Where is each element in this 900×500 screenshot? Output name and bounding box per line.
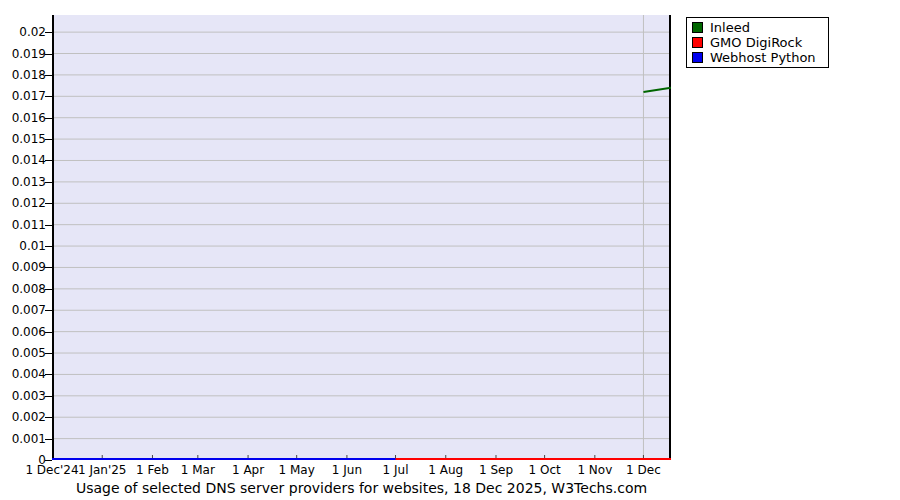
- y-tick-label: 0.006: [0, 325, 46, 339]
- y-tick-mark: [45, 246, 52, 247]
- y-tick-mark: [45, 289, 52, 290]
- y-tick-mark: [45, 203, 52, 204]
- legend-label: GMO DigiRock: [710, 35, 802, 50]
- y-tick-mark: [45, 417, 52, 418]
- y-tick-label: 0.018: [0, 68, 46, 82]
- y-tick-mark: [45, 332, 52, 333]
- y-tick-label: 0.02: [0, 25, 46, 39]
- y-tick-mark: [45, 75, 52, 76]
- y-tick-label: 0.002: [0, 410, 46, 424]
- legend: InleedGMO DigiRockWebhost Python: [686, 17, 829, 68]
- y-tick-label: 0.019: [0, 47, 46, 61]
- y-tick-mark: [45, 54, 52, 55]
- y-tick-label: 0.004: [0, 367, 46, 381]
- y-tick-label: 0.003: [0, 389, 46, 403]
- y-tick-mark: [45, 160, 52, 161]
- y-tick-mark: [45, 118, 52, 119]
- legend-color-swatch-icon: [692, 52, 703, 63]
- legend-item-inleed: Inleed: [692, 20, 816, 35]
- y-tick-mark: [45, 396, 52, 397]
- legend-color-swatch-icon: [692, 37, 703, 48]
- y-tick-label: 0.009: [0, 260, 46, 274]
- y-tick-label: 0.017: [0, 89, 46, 103]
- y-tick-label: 0.008: [0, 282, 46, 296]
- y-tick-mark: [45, 139, 52, 140]
- y-tick-label: 0.011: [0, 218, 46, 232]
- chart-title: Usage of selected DNS server providers f…: [52, 480, 671, 497]
- y-tick-label: 0.014: [0, 153, 46, 167]
- y-tick-label: 0.005: [0, 346, 46, 360]
- x-tick-label: 1 Dec: [608, 463, 678, 477]
- y-tick-label: 0.001: [0, 432, 46, 446]
- y-tick-label: 0.016: [0, 111, 46, 125]
- series-line-inleed: [643, 88, 671, 92]
- y-tick-label: 0.012: [0, 196, 46, 210]
- legend-item-webhost-python: Webhost Python: [692, 50, 816, 65]
- legend-color-swatch-icon: [692, 22, 703, 33]
- y-tick-mark: [45, 32, 52, 33]
- legend-label: Webhost Python: [710, 50, 816, 65]
- plot-svg: [52, 15, 671, 460]
- y-tick-mark: [45, 460, 52, 461]
- y-tick-mark: [45, 182, 52, 183]
- y-tick-label: 0.013: [0, 175, 46, 189]
- y-tick-mark: [45, 353, 52, 354]
- y-tick-mark: [45, 96, 52, 97]
- y-tick-mark: [45, 225, 52, 226]
- y-tick-label: 0.007: [0, 303, 46, 317]
- y-tick-mark: [45, 439, 52, 440]
- legend-label: Inleed: [710, 20, 750, 35]
- y-tick-label: 0.01: [0, 239, 46, 253]
- plot-area: [52, 15, 671, 460]
- y-tick-mark: [45, 267, 52, 268]
- y-tick-mark: [45, 374, 52, 375]
- y-tick-mark: [45, 310, 52, 311]
- legend-item-gmo-digirock: GMO DigiRock: [692, 35, 816, 50]
- y-tick-label: 0.015: [0, 132, 46, 146]
- usage-chart: 00.0010.0020.0030.0040.0050.0060.0070.00…: [0, 0, 900, 500]
